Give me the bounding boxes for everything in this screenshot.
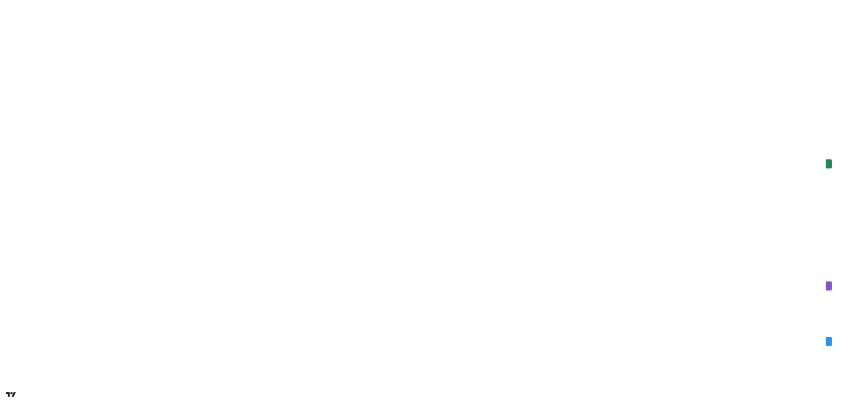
chart-root (0, 0, 868, 405)
mom-legend (9, 320, 14, 328)
mom-value-badge (826, 337, 832, 346)
tradingview-logo-icon (6, 391, 16, 398)
rsi-value-badge (826, 281, 832, 291)
chart-canvas[interactable] (0, 0, 868, 405)
last-price-badge (826, 159, 832, 168)
rsi-legend (9, 242, 14, 249)
symbol-legend (9, 7, 32, 15)
attribution[interactable] (6, 391, 19, 398)
